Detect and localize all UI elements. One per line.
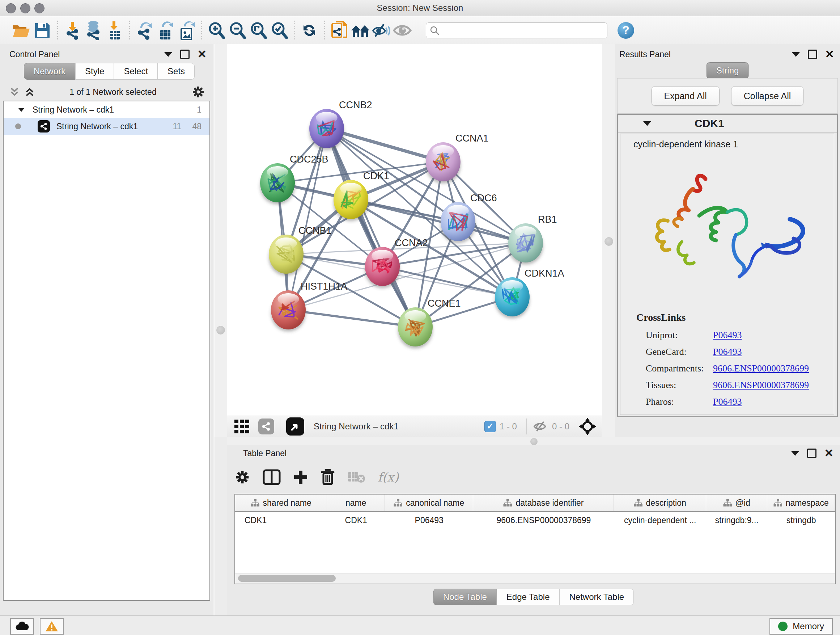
control-panel-close-icon[interactable]: ✕ xyxy=(197,51,207,58)
string-badge-icon[interactable] xyxy=(258,418,274,434)
import-network-from-database-button[interactable] xyxy=(83,20,104,41)
tab-network[interactable]: Network xyxy=(24,63,75,80)
table-cell[interactable]: P06493 xyxy=(385,516,473,525)
left-splitter-handle[interactable] xyxy=(216,326,225,334)
results-panel-close-icon[interactable]: ✕ xyxy=(825,51,834,58)
create-column-plus-icon[interactable] xyxy=(293,470,308,485)
help-button[interactable]: ? xyxy=(617,22,634,39)
right-splitter-handle[interactable] xyxy=(605,237,613,246)
selected-items-checkbox[interactable]: ✓ xyxy=(485,421,496,432)
search-input[interactable] xyxy=(442,25,603,35)
collapse-all-button[interactable]: Collapse All xyxy=(731,86,804,106)
column-label: database identifier xyxy=(515,498,584,508)
table-horizontal-scrollbar[interactable] xyxy=(235,573,835,584)
home-button[interactable] xyxy=(350,20,371,41)
column-header-namespace[interactable]: namespace xyxy=(767,494,835,511)
network-edge[interactable] xyxy=(351,200,526,243)
horizontal-splitter[interactable] xyxy=(227,437,840,445)
control-panel-menu-icon[interactable] xyxy=(164,52,172,57)
column-header-name[interactable]: name xyxy=(327,494,385,511)
function-builder-icon[interactable]: f(x) xyxy=(378,470,399,485)
birdseye-view-button[interactable] xyxy=(286,417,304,435)
column-header--id[interactable]: @id xyxy=(706,494,767,511)
center-view-icon[interactable] xyxy=(578,417,597,436)
column-header-canonical-name[interactable]: canonical name xyxy=(385,494,473,511)
zoom-out-button[interactable] xyxy=(227,20,248,41)
network-graph[interactable]: CCNB2CCNA1CDC25BCDK1CDC6RB1CCNB1CCNA2CDK… xyxy=(227,44,602,415)
tab-sets[interactable]: Sets xyxy=(158,63,195,80)
network-edge[interactable] xyxy=(327,128,415,327)
column-header-description[interactable]: description xyxy=(614,494,706,511)
delete-column-trash-icon[interactable] xyxy=(321,469,335,486)
open-session-button[interactable] xyxy=(11,20,32,41)
apply-layout-button[interactable] xyxy=(299,20,320,41)
crosslink-link[interactable]: P06493 xyxy=(713,330,742,340)
save-session-button[interactable] xyxy=(32,20,53,41)
tab-string[interactable]: String xyxy=(706,62,749,79)
network-view[interactable]: CCNB2CCNA1CDC25BCDK1CDC6RB1CCNB1CCNA2CDK… xyxy=(227,44,602,415)
results-panel-float-icon[interactable] xyxy=(808,50,817,59)
cloud-status-button[interactable] xyxy=(10,618,34,635)
collection-expand-icon[interactable] xyxy=(18,108,25,111)
table-cell[interactable]: CDK1 xyxy=(327,516,385,525)
zoom-selected-button[interactable] xyxy=(269,20,290,41)
grid-view-icon[interactable] xyxy=(234,419,250,434)
delete-table-icon[interactable] xyxy=(347,470,365,484)
table-options-gear-icon[interactable] xyxy=(234,469,250,485)
control-panel-float-icon[interactable] xyxy=(180,50,189,59)
column-type-icon xyxy=(774,499,782,507)
export-network-button[interactable] xyxy=(134,20,155,41)
expand-all-button[interactable]: Expand All xyxy=(652,86,720,106)
table-panel-close-icon[interactable]: ✕ xyxy=(824,450,834,457)
warning-icon xyxy=(45,621,58,632)
gene-section-header[interactable]: CDK1 xyxy=(618,115,837,133)
table-panel-float-icon[interactable] xyxy=(807,448,816,458)
results-panel-title: Results Panel xyxy=(619,50,671,59)
tab-network-table[interactable]: Network Table xyxy=(560,589,634,605)
table-row[interactable]: CDK1CDK1P064939606.ENSP00000378699cyclin… xyxy=(235,512,835,529)
tab-style[interactable]: Style xyxy=(75,63,114,80)
table-panel-menu-icon[interactable] xyxy=(791,451,799,456)
warnings-button[interactable] xyxy=(40,618,64,635)
crosslink-link[interactable]: P06493 xyxy=(713,347,742,357)
tab-node-table[interactable]: Node Table xyxy=(433,589,497,605)
horizontal-splitter-handle[interactable] xyxy=(531,438,538,445)
import-table-button[interactable] xyxy=(104,20,125,41)
search-field[interactable] xyxy=(426,22,607,38)
table-cell[interactable]: CDK1 xyxy=(235,516,327,525)
expand-all-networks-icon[interactable] xyxy=(25,87,35,97)
table-cell[interactable]: 9606.ENSP00000378699 xyxy=(473,516,614,525)
crosslink-link[interactable]: P06493 xyxy=(713,396,742,407)
show-panels-button[interactable] xyxy=(392,20,413,41)
network-options-gear-icon[interactable] xyxy=(191,85,205,99)
tab-select[interactable]: Select xyxy=(114,63,158,80)
column-header-database-identifier[interactable]: database identifier xyxy=(473,494,614,511)
gene-collapse-icon[interactable] xyxy=(643,121,651,126)
scrollbar-thumb[interactable] xyxy=(238,575,336,582)
hidden-items-icon[interactable] xyxy=(532,420,548,433)
import-network-button[interactable] xyxy=(62,20,83,41)
results-panel-menu-icon[interactable] xyxy=(792,52,800,57)
node-table[interactable]: shared namenamecanonical namedatabase id… xyxy=(234,494,836,584)
network-row-selected[interactable]: String Network – cdk1 11 48 xyxy=(4,118,210,135)
zoom-fit-button[interactable] xyxy=(248,20,269,41)
tab-edge-table[interactable]: Edge Table xyxy=(497,589,560,605)
right-splitter[interactable] xyxy=(602,44,615,437)
network-collection-row[interactable]: String Network – cdk1 1 xyxy=(4,101,210,118)
collapse-all-networks-icon[interactable] xyxy=(9,87,19,97)
export-table-button[interactable] xyxy=(155,20,176,41)
show-columns-icon[interactable] xyxy=(263,469,281,485)
column-header-shared-name[interactable]: shared name xyxy=(235,494,327,511)
table-cell[interactable]: stringdb xyxy=(767,516,835,525)
crosslink-link[interactable]: 9606.ENSP00000378699 xyxy=(713,380,809,391)
clone-network-button[interactable] xyxy=(329,20,350,41)
hide-panels-button[interactable] xyxy=(371,20,392,41)
left-splitter[interactable] xyxy=(214,44,227,437)
table-cell[interactable]: stringdb:9... xyxy=(706,516,767,525)
memory-button[interactable]: Memory xyxy=(769,618,833,635)
zoom-in-button[interactable] xyxy=(206,20,227,41)
table-cell[interactable]: cyclin-dependent ... xyxy=(614,516,706,525)
export-image-button[interactable] xyxy=(176,20,197,41)
network-edge[interactable] xyxy=(288,310,415,327)
crosslink-link[interactable]: 9606.ENSP00000378699 xyxy=(713,363,809,374)
